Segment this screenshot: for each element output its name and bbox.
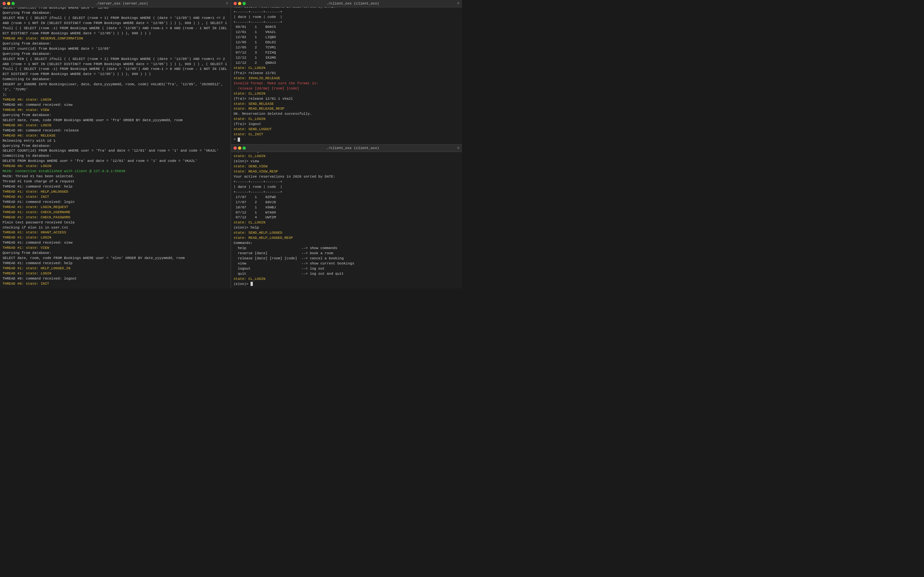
terminal-line: release [dd/mm] [room] [code] bbox=[234, 86, 459, 91]
close-button[interactable] bbox=[3, 2, 6, 5]
terminal-line: MAIN: Thread #1 has been selected. bbox=[3, 174, 228, 179]
terminal-line: 17/07 1 0ZFWD bbox=[234, 195, 459, 200]
terminal-line: THREAD #1: state: CHECK_USERNAME bbox=[3, 210, 228, 215]
terminal-line: Querying from database: bbox=[3, 251, 228, 256]
terminal-line: THREAD #1: state: INIT bbox=[3, 195, 228, 200]
left-terminal-body[interactable]: THREAD #0: state: RESERVE_CONFIRMATIONQu… bbox=[0, 7, 231, 288]
left-title: ./server_osx (server_osx) bbox=[17, 2, 226, 5]
right-bottom-terminal-body[interactable]: OK.state: SEND_LOGIN_PASSWORDInsert pass… bbox=[231, 152, 462, 289]
terminal-line: Plain text password received tesla bbox=[3, 220, 228, 226]
terminal-cursor bbox=[250, 282, 253, 286]
terminal-line: state: READ_VIEW_RESP bbox=[234, 169, 459, 174]
terminal-line: 09/01 1 BO6C5 bbox=[234, 25, 459, 30]
terminal-line: 12/05 1 DDLD2 bbox=[234, 40, 459, 45]
terminal-line: 12/05 2 7CVM1 bbox=[234, 45, 459, 50]
right-bottom-terminal: ./client_osx (client_osx) ≡ OK.state: SE… bbox=[231, 145, 462, 289]
terminal-line: state: SEND_HELP_LOGGED bbox=[234, 230, 459, 235]
terminal-line: THREAD #0: command received: logout bbox=[3, 276, 228, 282]
close-button-bottom[interactable] bbox=[234, 147, 237, 150]
terminal-line: Your active reservations in 2020 sorted … bbox=[234, 7, 459, 10]
terminal-line: THREAD #1: state: GRANT_ACCESS bbox=[3, 230, 228, 235]
terminal-line: THREAD #1: state: CHECK_PASSWORD bbox=[3, 215, 228, 220]
right-bottom-titlebar: ./client_osx (client_osx) ≡ bbox=[231, 145, 462, 152]
terminal-line: state: CL_LOGIN bbox=[234, 66, 459, 71]
right-top-titlebar: ./client_osx (client_osx) ≡ bbox=[231, 0, 462, 7]
terminal-line: OK. Reservation deleted successfully. bbox=[234, 111, 459, 117]
terminal-line: state: CL_LOGIN bbox=[234, 117, 459, 122]
right-top-menu-icon[interactable]: ≡ bbox=[457, 1, 459, 6]
terminal-line: THREAD #1: state: VIEW bbox=[3, 245, 228, 251]
terminal-line: THREAD #0: state: RELEASE bbox=[3, 133, 228, 139]
terminal-line: SELECT date, room, code FROM Bookings WH… bbox=[3, 118, 228, 123]
terminal-line: 07/12 1 W7AGO bbox=[234, 210, 459, 215]
maximize-button-bottom[interactable] bbox=[242, 147, 246, 150]
terminal-line: SELECT count(id) from Bookings WHERE dat… bbox=[3, 47, 228, 52]
terminal-line: THREAD #0: state: VIEW bbox=[3, 108, 228, 113]
terminal-line: THREAD #1: state: LOGIN bbox=[3, 235, 228, 240]
terminal-line: THREAD #0: state: LOGIN bbox=[3, 164, 228, 169]
terminal-line: state: SEND_LOGOUT bbox=[234, 127, 459, 132]
terminal-line: release [date] [room] [code] --> cancel … bbox=[234, 256, 459, 261]
terminal-line: THREAD #0: state: INIT bbox=[3, 282, 228, 287]
terminal-line: SELECT COUNT(id) FROM Bookings WHERE use… bbox=[3, 148, 228, 153]
terminal-line: (fra)> release 12/01 1 vka2l bbox=[234, 97, 459, 102]
terminal-line: THREAD #1: command received: login bbox=[3, 200, 228, 205]
terminal-line: 17/07 2 88VJ8 bbox=[234, 200, 459, 205]
terminal-line: | date | room | code | bbox=[234, 15, 459, 20]
terminal-line: Querying from database: bbox=[3, 41, 228, 47]
maximize-button-top[interactable] bbox=[242, 2, 246, 5]
terminal-line: (elon)> help bbox=[234, 226, 459, 230]
terminal-line: SELECT MIN ( ( SELECT ifnull ( ( SELECT … bbox=[3, 57, 228, 77]
terminal-line: (elon)> view bbox=[234, 159, 459, 164]
close-button-top[interactable] bbox=[234, 2, 237, 5]
terminal-line: state: CL_LOGIN bbox=[234, 277, 459, 282]
terminal-line: +------+------+-------+ bbox=[234, 20, 459, 25]
left-menu-icon[interactable]: ≡ bbox=[226, 1, 228, 6]
terminal-line: Thread #1 took charge of a request bbox=[3, 179, 228, 184]
terminal-line: Releasing entry with id 1 bbox=[3, 139, 228, 143]
right-top-terminal: ./client_osx (client_osx) ≡ Reservation … bbox=[231, 0, 462, 145]
window-controls bbox=[3, 2, 15, 5]
terminal-line: SELECT count(id) from Bookings WHERE dat… bbox=[3, 7, 228, 11]
terminal-line: MAIN: connection established with client… bbox=[3, 169, 228, 174]
terminal-line: state: CL_LOGIN bbox=[234, 91, 459, 97]
terminal-line: 07/12 4 UWTZM bbox=[234, 215, 459, 220]
terminal-line: THREAD #1: command received: help bbox=[3, 184, 228, 189]
terminal-line: THREAD #1: command received: help bbox=[3, 261, 228, 266]
terminal-line: OK, access granted. bbox=[234, 152, 459, 154]
terminal-line: INSERT or IGNORE INTO Bookings(user, dat… bbox=[3, 82, 228, 92]
terminal-line: state: SEND_RELEASE bbox=[234, 102, 459, 107]
terminal-line: THREAD #1: state: HELP_UNLOGGED bbox=[3, 189, 228, 195]
minimize-button-bottom[interactable] bbox=[238, 147, 241, 150]
terminal-line: 12/12 2 QN8U3 bbox=[234, 61, 459, 66]
terminal-line: THREAD #0: state: LOGIN bbox=[3, 123, 228, 128]
minimize-button[interactable] bbox=[7, 2, 10, 5]
terminal-line: | date | room | code | bbox=[234, 185, 459, 190]
terminal-line: THREAD #1: state: HELP_LOGGED_IN bbox=[3, 266, 228, 271]
terminal-line: help --> show commands bbox=[234, 246, 459, 251]
terminal-line: 07/12 3 FZIHQ bbox=[234, 50, 459, 55]
terminal-line: (fra)> logout bbox=[234, 122, 459, 127]
right-bottom-title: ./client_osx (client_osx) bbox=[248, 146, 457, 150]
window-controls-bottom bbox=[234, 147, 246, 150]
terminal-line: view --> show current bookings bbox=[234, 261, 459, 266]
right-top-terminal-body[interactable]: Reservation successful: room 2, code 7CV… bbox=[231, 7, 462, 144]
terminal-line: Querying from database: bbox=[3, 143, 228, 149]
terminal-line: Invalid format. Make sure the format is: bbox=[234, 81, 459, 86]
terminal-line: +------+------+-------+ bbox=[234, 179, 459, 185]
terminal-line: +------+------+-------+ bbox=[234, 10, 459, 15]
terminal-line: Committing to database: bbox=[3, 77, 228, 82]
terminal-line: SELECT date, room, code FROM Bookings WH… bbox=[3, 256, 228, 261]
right-bottom-menu-icon[interactable]: ≡ bbox=[457, 146, 459, 150]
right-terminal: ./client_osx (client_osx) ≡ Reservation … bbox=[231, 0, 462, 288]
left-terminal: ./server_osx (server_osx) ≡ THREAD #0: s… bbox=[0, 0, 231, 288]
terminal-line: THREAD #0: command received: release bbox=[3, 128, 228, 133]
terminal-line: THREAD #1: state: LOGIN_REQUEST bbox=[3, 205, 228, 210]
terminal-line: state: SEND_VIEW bbox=[234, 164, 459, 169]
terminal-line: quit --> log out and quit bbox=[234, 271, 459, 277]
terminal-line: state: CL_LOGIN bbox=[234, 220, 459, 226]
terminal-line: THREAD #1: command received: view bbox=[3, 240, 228, 245]
minimize-button-top[interactable] bbox=[238, 2, 241, 5]
terminal-line: 12/12 1 IK2MD bbox=[234, 55, 459, 61]
maximize-button[interactable] bbox=[11, 2, 15, 5]
